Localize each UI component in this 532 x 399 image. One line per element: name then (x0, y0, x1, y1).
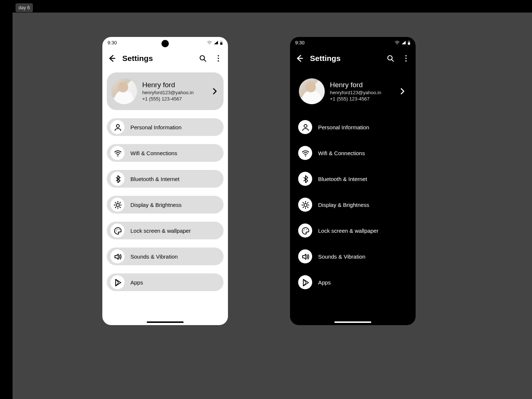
palette-icon (298, 224, 312, 238)
page-title: Settings (310, 54, 380, 63)
settings-item-label: Apps (130, 279, 143, 286)
page-title: Settings (122, 54, 192, 63)
wifi-icon (110, 146, 125, 160)
back-button[interactable] (107, 53, 117, 64)
search-button[interactable] (198, 53, 208, 64)
settings-item-display[interactable]: Display & Brightness (294, 196, 411, 214)
settings-item-label: Lock screen & wallpaper (318, 228, 378, 234)
settings-item-display[interactable]: Display & Brightness (107, 196, 224, 214)
settings-item-apps[interactable]: Apps (294, 273, 411, 291)
settings-item-label: Display & Brightness (318, 202, 369, 208)
svg-rect-13 (408, 42, 410, 45)
settings-item-lockscreen[interactable]: Lock screen & wallpaper (294, 222, 411, 239)
settings-item-label: Apps (318, 279, 331, 286)
settings-item-lockscreen[interactable]: Lock screen & wallpaper (107, 222, 224, 239)
settings-item-personal-information[interactable]: Personal Information (107, 118, 224, 136)
wifi-status-icon (394, 40, 400, 45)
search-icon (198, 54, 207, 63)
settings-item-label: Bluetooth & Internet (318, 176, 367, 182)
settings-item-label: Lock screen & wallpaper (130, 228, 191, 234)
settings-item-label: Bluetooth & Internet (130, 176, 180, 182)
settings-item-sounds[interactable]: Sounds & Vibration (107, 248, 224, 265)
bluetooth-icon (110, 172, 125, 186)
settings-item-bluetooth[interactable]: Bluetooth & Internet (294, 170, 411, 188)
signal-status-icon (214, 40, 219, 45)
back-button[interactable] (294, 53, 305, 64)
sun-icon (110, 198, 125, 212)
volume-icon (298, 249, 312, 263)
volume-icon (110, 249, 125, 263)
battery-status-icon (220, 40, 223, 45)
back-arrow-icon (108, 54, 116, 63)
settings-item-label: Personal Information (318, 124, 369, 130)
overflow-menu-button[interactable] (213, 53, 224, 64)
settings-item-wifi[interactable]: Wifi & Connections (107, 144, 224, 162)
user-icon (110, 120, 125, 134)
camera-hole (161, 40, 169, 47)
status-time: 9:30 (108, 40, 117, 45)
settings-list: Personal Information Wifi & Connections … (107, 118, 224, 291)
profile-email: henryford123@yahoo.in (142, 90, 205, 95)
palette-icon (110, 224, 125, 238)
settings-item-sounds[interactable]: Sounds & Vibration (294, 248, 411, 265)
status-icons (394, 40, 410, 45)
home-indicator[interactable] (147, 321, 184, 323)
app-bar: Settings (102, 48, 228, 69)
overflow-menu-button[interactable] (401, 53, 411, 64)
profile-phone: +1 (555) 123-4567 (330, 96, 393, 102)
settings-item-wifi[interactable]: Wifi & Connections (294, 144, 411, 162)
bluetooth-icon (298, 172, 312, 186)
settings-list: Personal Information Wifi & Connections … (294, 118, 411, 291)
search-icon (386, 54, 395, 63)
wifi-icon (298, 146, 312, 160)
profile-card[interactable]: Henry ford henryford123@yahoo.in +1 (555… (294, 72, 411, 110)
back-arrow-icon (295, 54, 304, 63)
profile-phone: +1 (555) 123-4567 (142, 96, 205, 102)
page-badge: day 6 (16, 3, 33, 12)
settings-item-apps[interactable]: Apps (107, 273, 224, 291)
settings-item-label: Wifi & Connections (318, 150, 365, 156)
profile-email: henryford123@yahoo.in (330, 90, 393, 95)
user-icon (298, 120, 312, 134)
battery-status-icon (407, 40, 410, 45)
wifi-status-icon (207, 40, 212, 45)
signal-status-icon (401, 40, 406, 45)
play-icon (298, 275, 312, 289)
avatar (299, 78, 325, 104)
status-bar: 9:30 (290, 37, 416, 48)
settings-item-label: Wifi & Connections (130, 150, 177, 156)
profile-name: Henry ford (330, 81, 393, 89)
home-indicator[interactable] (334, 321, 371, 323)
phone-frame-light: 9:30 Settings (99, 33, 232, 329)
settings-item-bluetooth[interactable]: Bluetooth & Internet (107, 170, 224, 188)
phone-screen-dark: 9:30 Settings (290, 37, 416, 325)
search-button[interactable] (385, 53, 396, 64)
profile-name: Henry ford (142, 81, 205, 89)
play-icon (110, 275, 125, 289)
status-time: 9:30 (295, 40, 304, 45)
svg-rect-11 (220, 42, 222, 45)
status-icons (207, 40, 223, 45)
phone-frame-dark: 9:30 Settings (286, 33, 419, 329)
settings-item-label: Sounds & Vibration (130, 253, 178, 260)
chevron-right-icon (210, 87, 219, 96)
settings-item-label: Personal Information (130, 124, 181, 130)
more-vert-icon (402, 54, 410, 63)
settings-item-label: Sounds & Vibration (318, 253, 365, 260)
settings-item-personal-information[interactable]: Personal Information (294, 118, 411, 136)
app-bar: Settings (290, 48, 416, 69)
avatar (111, 78, 137, 104)
chevron-right-icon (398, 87, 407, 96)
sun-icon (298, 198, 312, 212)
settings-item-label: Display & Brightness (130, 202, 181, 208)
phone-screen-light: 9:30 Settings (102, 37, 228, 325)
more-vert-icon (214, 54, 223, 63)
profile-card[interactable]: Henry ford henryford123@yahoo.in +1 (555… (107, 72, 224, 110)
